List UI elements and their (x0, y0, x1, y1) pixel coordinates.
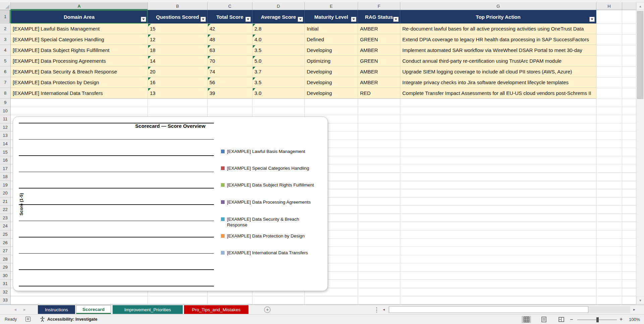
horizontal-scroll-thumb[interactable] (389, 306, 588, 313)
cell-total[interactable]: 74 (208, 66, 252, 77)
column-header-e[interactable]: E (305, 2, 358, 10)
row-header-3[interactable]: 3 (0, 34, 10, 45)
tab-scroll-left-icon[interactable]: ◄ (13, 308, 17, 312)
row-header-14[interactable]: 14 (0, 140, 10, 148)
column-header-g[interactable]: G (400, 2, 596, 10)
cell-action[interactable]: Implement automated SAR workflow via Wir… (400, 45, 596, 56)
zoom-slider-thumb[interactable] (596, 317, 599, 322)
scroll-right-button[interactable]: ► (631, 306, 638, 313)
filter-dropdown-button[interactable] (393, 17, 399, 22)
cell-action[interactable]: Conduct annual third-party re-certificat… (400, 56, 596, 66)
row-header-4[interactable]: 4 (0, 45, 10, 56)
row-header-10[interactable]: 10 (0, 107, 10, 115)
filter-dropdown-button[interactable] (245, 17, 251, 22)
scrollbar-resize-handle[interactable] (376, 307, 377, 313)
cell-rag[interactable]: GREEN (358, 34, 400, 45)
cell-questions[interactable]: 13 (148, 88, 208, 99)
cell-domain[interactable]: [EXAMPLE] Data Protection by Design (11, 77, 148, 88)
row-header-29[interactable]: 29 (0, 263, 10, 272)
cell-average[interactable]: 5.0 (252, 56, 305, 66)
cell-total[interactable]: 39 (208, 88, 252, 99)
legend-item[interactable]: [EXAMPLE] Lawful Basis Management (221, 149, 332, 154)
row-header-28[interactable]: 28 (0, 255, 10, 263)
cell-action[interactable]: Extend DPIA coverage to legacy HR health… (400, 34, 596, 45)
row-header-32[interactable]: 32 (0, 288, 10, 296)
cell-questions[interactable]: 12 (148, 34, 208, 45)
cell-rag[interactable]: AMBER (358, 23, 400, 34)
scroll-left-button[interactable]: ◄ (380, 306, 387, 313)
row-header-1[interactable]: 1 (0, 10, 10, 23)
header-cell-rag-status[interactable]: RAG Status (358, 10, 400, 23)
filter-dropdown-button[interactable] (298, 17, 303, 22)
column-header-d[interactable]: D (252, 2, 305, 10)
row-header-15[interactable]: 15 (0, 148, 10, 156)
cell-average[interactable]: 3.5 (252, 77, 305, 88)
filter-dropdown-button[interactable] (141, 17, 146, 22)
vertical-scroll-thumb[interactable] (637, 11, 643, 99)
cell-total[interactable]: 56 (208, 77, 252, 88)
cell-maturity[interactable]: Developing (305, 77, 358, 88)
score-overview-chart[interactable]: Scorecard — Score Overview Score (1-5) [… (13, 116, 328, 291)
row-header-12[interactable]: 12 (0, 123, 10, 132)
cell-average[interactable]: 4.0 (252, 34, 305, 45)
page-break-preview-button[interactable] (557, 316, 566, 323)
legend-item[interactable]: [EXAMPLE] International Data Transfers (221, 250, 332, 256)
legend-item[interactable]: [EXAMPLE] Special Categories Handling (221, 165, 332, 171)
scroll-up-button[interactable]: ▲ (636, 2, 644, 10)
header-cell-maturity-level[interactable]: Maturity Level (305, 10, 358, 23)
tab-pro-tips-and-mistakes[interactable]: Pro_Tips_and_Mistakes (184, 305, 248, 314)
cell-maturity[interactable]: Developing (305, 88, 358, 99)
zoom-percentage[interactable]: 100% (629, 317, 640, 322)
row-header-5[interactable]: 5 (0, 56, 10, 66)
cell-action[interactable]: Complete Transfer Impact Assessments for… (400, 88, 596, 99)
cell-domain[interactable]: [EXAMPLE] Special Categories Handling (11, 34, 148, 45)
zoom-in-button[interactable]: + (620, 316, 623, 322)
column-header-h[interactable]: H (596, 2, 622, 10)
row-header-26[interactable]: 26 (0, 238, 10, 247)
row-header-23[interactable]: 23 (0, 214, 10, 222)
cell-rag[interactable]: GREEN (358, 56, 400, 66)
cell-total[interactable]: 48 (208, 34, 252, 45)
cell-maturity[interactable]: Initial (305, 23, 358, 34)
vertical-scrollbar[interactable]: ▲ ▼ (636, 2, 644, 305)
cell-questions[interactable]: 20 (148, 66, 208, 77)
legend-item[interactable]: [EXAMPLE] Data Processing Agreements (221, 199, 332, 205)
accessibility-status[interactable]: Accessibility: Investigate (47, 317, 97, 322)
column-header-a[interactable]: A (11, 2, 148, 10)
cell-maturity[interactable]: Optimizing (305, 56, 358, 66)
tab-scroll-right-icon[interactable]: ► (23, 308, 26, 312)
cell-maturity[interactable]: Developing (305, 66, 358, 77)
cell-action[interactable]: Re-document lawful bases for all active … (400, 23, 596, 34)
row-header-19[interactable]: 19 (0, 181, 10, 189)
row-header-6[interactable]: 6 (0, 66, 10, 77)
row-header-24[interactable]: 24 (0, 222, 10, 230)
cell-rag[interactable]: AMBER (358, 77, 400, 88)
cell-questions[interactable]: 18 (148, 45, 208, 56)
tab-improvement-priorities[interactable]: Improvement_Priorities (113, 305, 183, 314)
tab-scorecard[interactable]: Scorecard (76, 305, 111, 314)
column-header-c[interactable]: C (208, 2, 252, 10)
filter-dropdown-button[interactable] (200, 17, 206, 22)
row-header-11[interactable]: 11 (0, 115, 10, 123)
header-cell-top-priority-action[interactable]: Top Priority Action (400, 10, 596, 23)
row-header-21[interactable]: 21 (0, 198, 10, 206)
select-all-button[interactable] (0, 2, 11, 10)
cell-average[interactable]: 3.0 (252, 88, 305, 99)
row-header-22[interactable]: 22 (0, 206, 10, 214)
cell-average[interactable]: 3.5 (252, 45, 305, 56)
legend-item[interactable]: [EXAMPLE] Data Subject Rights Fulfillmen… (221, 182, 332, 188)
cell-action[interactable]: Upgrade SIEM logging coverage to include… (400, 66, 596, 77)
row-header-13[interactable]: 13 (0, 131, 10, 140)
cell-domain[interactable]: [EXAMPLE] International Data Transfers (11, 88, 148, 99)
row-header-31[interactable]: 31 (0, 280, 10, 288)
zoom-out-button[interactable]: − (570, 317, 573, 323)
header-cell-questions-scored[interactable]: Questions Scored (148, 10, 208, 23)
row-header-8[interactable]: 8 (0, 88, 10, 99)
row-header-20[interactable]: 20 (0, 189, 10, 198)
cell-rag[interactable]: AMBER (358, 45, 400, 56)
cell-maturity[interactable]: Developing (305, 45, 358, 56)
filter-dropdown-button[interactable] (589, 17, 595, 22)
row-header-18[interactable]: 18 (0, 173, 10, 181)
cell-rag[interactable]: RED (358, 88, 400, 99)
cell-average[interactable]: 3.7 (252, 66, 305, 77)
